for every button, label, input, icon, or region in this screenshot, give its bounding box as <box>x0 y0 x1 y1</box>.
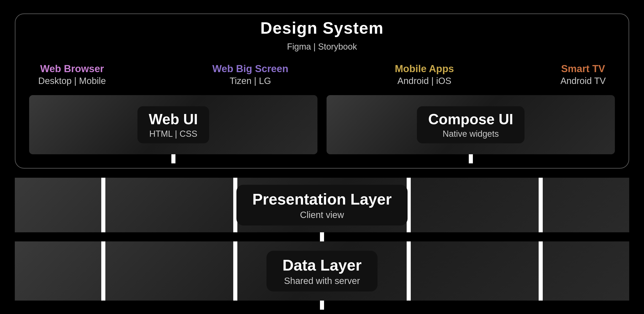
presentation-layer: Presentation Layer Client view <box>15 178 629 232</box>
web-ui-connector <box>171 154 176 163</box>
presentation-bar-1 <box>101 178 105 232</box>
web-ui-sub: HTML | CSS <box>149 129 198 139</box>
data-connector-bottom <box>320 300 324 310</box>
presentation-layer-label: Presentation Layer Client view <box>236 185 408 226</box>
platform-name-web-browser: Web Browser <box>38 63 106 74</box>
data-layer-title: Data Layer <box>282 256 362 274</box>
data-bar-1 <box>101 242 105 300</box>
data-layer: Data Layer Shared with server <box>15 242 629 300</box>
data-layer-sub: Shared with server <box>282 276 362 286</box>
web-ui-box-label: Web UI HTML | CSS <box>138 106 209 143</box>
design-system-section: Design System Figma | Storybook Web Brow… <box>15 14 629 168</box>
platform-sub-web-browser: Desktop | Mobile <box>38 76 106 86</box>
data-bar-3 <box>407 242 411 300</box>
compose-ui-box: Compose UI Native widgets <box>326 95 615 154</box>
presentation-layer-wrapper: Presentation Layer Client view <box>15 178 629 242</box>
data-bar-2 <box>233 242 237 300</box>
platform-name-smart-tv: Smart TV <box>560 63 606 74</box>
platform-sub-smart-tv: Android TV <box>560 76 606 86</box>
platform-name-mobile-apps: Mobile Apps <box>395 63 454 74</box>
platform-sub-web-bigscreen: Tizen | LG <box>212 76 288 86</box>
data-layer-label: Data Layer Shared with server <box>266 251 378 292</box>
design-system-title-inner: Design System <box>254 19 390 37</box>
platform-web-browser: Web Browser Desktop | Mobile <box>38 63 106 86</box>
design-system-title: Design System <box>260 19 384 37</box>
platforms-row: Web Browser Desktop | Mobile Web Big Scr… <box>29 63 615 86</box>
platform-mobile-apps: Mobile Apps Android | iOS <box>395 63 454 86</box>
presentation-bar-4 <box>539 178 543 232</box>
presentation-layer-sub: Client view <box>252 210 392 220</box>
compose-ui-box-label: Compose UI Native widgets <box>417 106 524 143</box>
platform-name-web-bigscreen: Web Big Screen <box>212 63 288 74</box>
layers-container: Presentation Layer Client view Data Laye… <box>15 178 629 300</box>
presentation-connector-bottom <box>320 232 324 242</box>
platform-smart-tv: Smart TV Android TV <box>560 63 606 86</box>
compose-ui-connector <box>469 154 473 163</box>
platform-web-bigscreen: Web Big Screen Tizen | LG <box>212 63 288 86</box>
compose-ui-title: Compose UI <box>428 111 513 128</box>
data-layer-wrapper: Data Layer Shared with server <box>15 242 629 300</box>
ui-boxes-row: Web UI HTML | CSS Compose UI Native widg… <box>29 95 615 154</box>
design-system-title-wrapper: Design System <box>29 19 615 37</box>
compose-ui-sub: Native widgets <box>428 129 513 139</box>
main-container: Design System Figma | Storybook Web Brow… <box>15 4 629 310</box>
web-ui-box: Web UI HTML | CSS <box>29 95 318 154</box>
web-ui-title: Web UI <box>149 111 198 128</box>
presentation-layer-title: Presentation Layer <box>252 190 392 208</box>
data-bar-4 <box>539 242 543 300</box>
design-system-subtitle: Figma | Storybook <box>29 42 615 52</box>
platform-sub-mobile-apps: Android | iOS <box>395 76 454 86</box>
